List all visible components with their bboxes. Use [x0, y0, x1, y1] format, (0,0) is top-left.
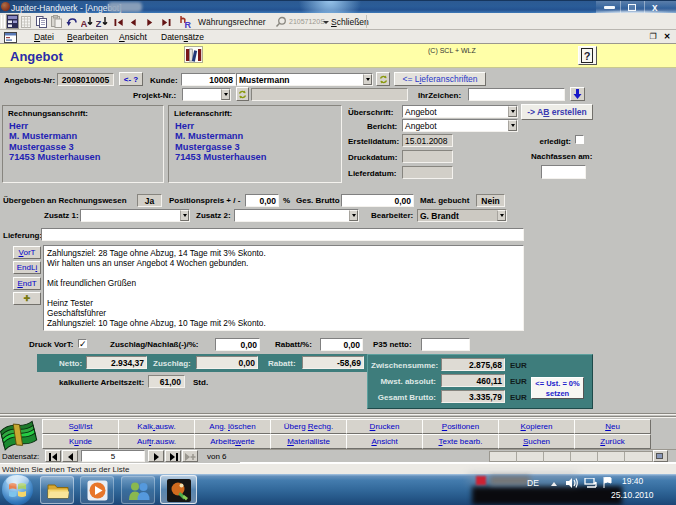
svg-text:R: R: [185, 20, 192, 29]
svg-text:A: A: [81, 18, 88, 29]
svg-text:Z: Z: [96, 18, 102, 29]
